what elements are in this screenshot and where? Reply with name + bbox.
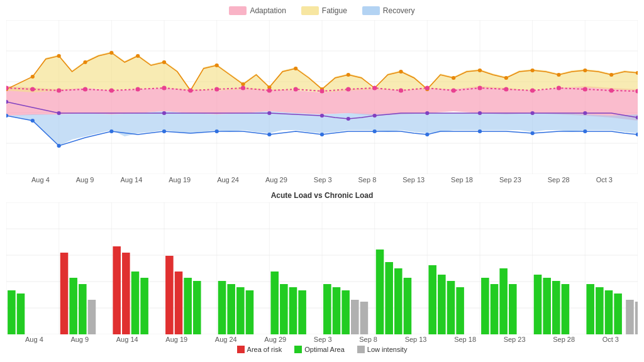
- dot: [347, 73, 350, 77]
- x-label: Sep 18: [454, 336, 476, 343]
- bar-optimal: [499, 268, 508, 334]
- bar-optimal: [298, 290, 306, 334]
- bar-optimal: [69, 278, 77, 334]
- dot: [294, 87, 298, 92]
- dot: [109, 89, 114, 93]
- x-label: Aug 14: [116, 336, 138, 343]
- dot: [57, 111, 61, 115]
- risk-icon: [237, 346, 245, 353]
- legend-adaptation: Adaptation: [229, 6, 286, 15]
- bar-optimal: [586, 284, 594, 334]
- bottom-chart: Aug 4 Aug 9 Aug 14 Aug 19 Aug 24 Aug 29 …: [6, 202, 638, 362]
- dot: [162, 111, 166, 115]
- legend-fatigue: Fatigue: [301, 6, 347, 15]
- dot: [214, 87, 219, 92]
- bar-optimal: [404, 278, 412, 334]
- bar-optimal: [270, 272, 279, 334]
- optimal-icon: [294, 346, 302, 353]
- chart-title: Acute Load vs Chronic Load: [6, 191, 638, 200]
- dot: [319, 89, 324, 94]
- dot: [320, 114, 324, 118]
- bar-optimal: [509, 284, 517, 334]
- dot: [399, 89, 403, 93]
- bar-optimal: [534, 275, 542, 334]
- x-label: Sep 8: [359, 336, 377, 343]
- dot: [347, 117, 350, 121]
- x-label: Aug 19: [165, 336, 187, 343]
- dot: [531, 69, 535, 72]
- bar-low: [635, 302, 638, 334]
- dot: [530, 89, 535, 93]
- x-label: Oct 3: [602, 336, 619, 343]
- main-container: Adaptation Fatigue Recovery: [0, 0, 644, 362]
- x-labels-top: Aug 4 Aug 9 Aug 14 Aug 19 Aug 24 Aug 29 …: [6, 176, 638, 184]
- x-label: Aug 4: [25, 336, 43, 343]
- dot: [320, 133, 324, 136]
- dot: [477, 86, 482, 90]
- bar-risk: [175, 272, 183, 334]
- dot: [531, 131, 535, 135]
- bar-optimal: [280, 284, 288, 334]
- dot: [136, 54, 140, 58]
- x-label: Sep 13: [402, 176, 425, 184]
- x-label: Sep 28: [548, 176, 570, 184]
- bar-risk: [113, 246, 121, 334]
- x-label: Aug 14: [120, 176, 142, 184]
- bar-optimal: [447, 281, 455, 334]
- dot: [583, 111, 587, 115]
- bar-optimal: [481, 278, 489, 334]
- legend-risk: Area of risk: [237, 346, 282, 353]
- dot: [583, 69, 587, 72]
- bar-optimal: [218, 281, 226, 334]
- bar-optimal: [385, 262, 393, 334]
- dot: [452, 76, 455, 80]
- dot: [531, 111, 535, 115]
- x-label: Sep 28: [553, 336, 575, 343]
- dot: [267, 89, 272, 93]
- bottom-chart-svg: [6, 202, 638, 334]
- dot: [31, 75, 35, 79]
- dot: [636, 133, 638, 136]
- dot: [425, 86, 430, 90]
- bar-optimal: [438, 275, 446, 334]
- bar-optimal: [79, 284, 87, 334]
- legend-optimal: Optimal Area: [294, 346, 345, 353]
- x-label: Aug 9: [70, 336, 89, 343]
- bar-optimal: [333, 287, 341, 334]
- x-label: Aug 4: [31, 176, 50, 184]
- x-label: Aug 29: [264, 336, 286, 343]
- dot: [478, 129, 482, 133]
- dot: [241, 86, 245, 90]
- dot: [372, 86, 377, 90]
- dot: [241, 82, 245, 86]
- dot: [30, 87, 35, 92]
- dot: [57, 89, 61, 93]
- bar-risk: [122, 253, 130, 334]
- dot: [215, 129, 219, 133]
- dot: [162, 129, 166, 133]
- x-label: Sep 3: [314, 176, 332, 184]
- dot: [109, 129, 113, 133]
- dot: [162, 86, 166, 90]
- bar-optimal: [394, 268, 402, 334]
- x-label: Sep 23: [499, 176, 521, 184]
- risk-label: Area of risk: [247, 346, 282, 353]
- bar-risk: [165, 256, 174, 334]
- dot: [478, 111, 482, 115]
- x-label: Aug 29: [265, 176, 287, 184]
- optimal-label: Optimal Area: [304, 346, 345, 353]
- bar-optimal: [596, 287, 604, 334]
- dot: [583, 87, 587, 92]
- dot: [83, 87, 87, 92]
- top-chart: Adaptation Fatigue Recovery: [6, 6, 638, 189]
- dot: [583, 129, 587, 133]
- dot: [557, 73, 560, 77]
- dot: [425, 133, 429, 136]
- bar-optimal: [8, 290, 16, 334]
- x-label: Aug 9: [76, 176, 94, 184]
- dot: [267, 133, 271, 136]
- dot: [294, 67, 297, 70]
- fatigue-label: Fatigue: [322, 6, 347, 15]
- fatigue-icon: [301, 6, 319, 15]
- bar-low: [626, 300, 634, 334]
